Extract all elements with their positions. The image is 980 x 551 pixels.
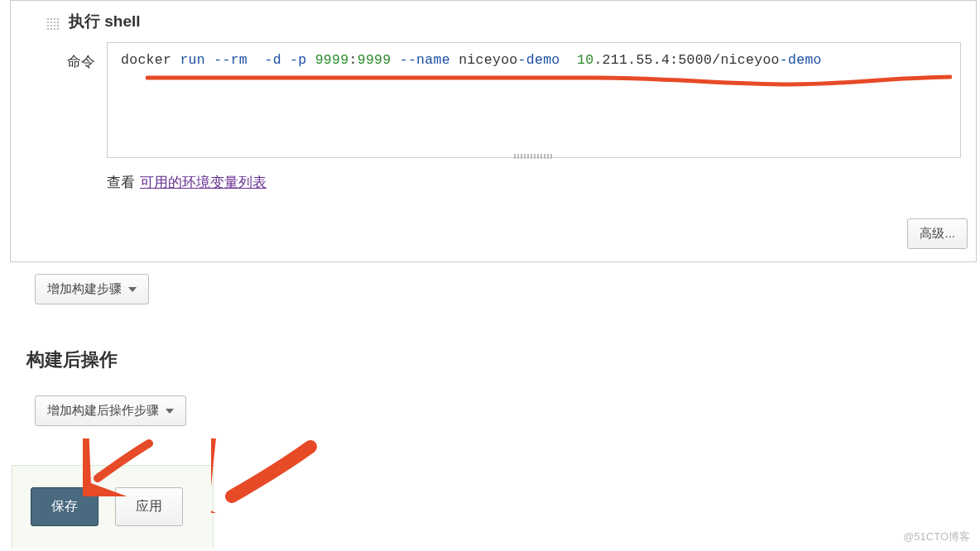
post-build-section-title: 构建后操作 (26, 347, 977, 372)
add-build-step-label: 增加构建步骤 (47, 281, 122, 297)
chevron-down-icon (166, 409, 174, 414)
shell-step-panel: 执行 shell 命令 docker run --rm -d -p 9999:9… (10, 0, 977, 262)
command-content: docker run --rm -d -p 9999:9999 --name n… (108, 43, 960, 77)
actions-bar: 保存 应用 (12, 465, 214, 548)
advanced-button-row: 高级... (11, 192, 976, 249)
command-label: 命令 (67, 42, 107, 71)
apply-button[interactable]: 应用 (115, 487, 183, 526)
env-vars-link[interactable]: 可用的环境变量列表 (140, 173, 267, 192)
command-row: 命令 docker run --rm -d -p 9999:9999 --nam… (11, 42, 976, 158)
watermark: @51CTO博客 (903, 529, 970, 544)
advanced-button-label: 高级... (920, 226, 955, 242)
add-build-step-container: 增加构建步骤 (35, 274, 977, 304)
add-post-build-step-label: 增加构建后操作步骤 (47, 403, 159, 419)
help-row: 查看 可用的环境变量列表 (11, 158, 976, 192)
add-build-step-button[interactable]: 增加构建步骤 (35, 274, 149, 304)
help-text: 查看 (107, 173, 135, 192)
add-post-build-step-container: 增加构建后操作步骤 (35, 395, 977, 426)
add-post-build-step-button[interactable]: 增加构建后操作步骤 (35, 395, 186, 426)
save-button[interactable]: 保存 (31, 487, 98, 526)
drag-handle-icon[interactable] (46, 17, 60, 31)
advanced-button[interactable]: 高级... (907, 218, 968, 249)
textarea-resize-grip[interactable] (514, 154, 554, 159)
chevron-down-icon (128, 287, 137, 292)
shell-step-header: 执行 shell (11, 1, 976, 42)
command-textarea[interactable]: docker run --rm -d -p 9999:9999 --name n… (107, 42, 961, 158)
shell-step-title: 执行 shell (69, 11, 141, 32)
